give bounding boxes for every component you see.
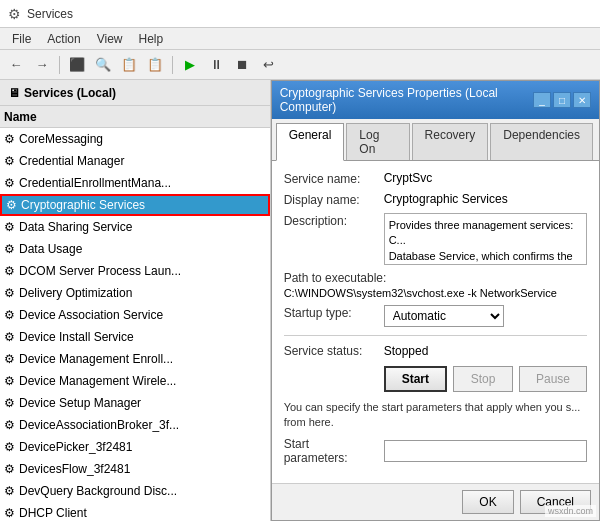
service-name: Data Usage (19, 242, 82, 256)
list-item[interactable]: ⚙Credential Manager (0, 150, 270, 172)
tab-general[interactable]: General (276, 123, 345, 161)
list-item[interactable]: ⚙Device Management Wirele... (0, 370, 270, 392)
list-item[interactable]: ⚙CoreMessaging (0, 128, 270, 150)
pause-button[interactable]: Pause (519, 366, 587, 392)
service-name-value: CryptSvc (384, 171, 587, 185)
service-icon: ⚙ (4, 352, 15, 366)
list-item[interactable]: ⚙DevicesFlow_3f2481 (0, 458, 270, 480)
main-area: 🖥 Services (Local) Name ⚙CoreMessaging⚙C… (0, 80, 600, 521)
properties-content: Service name: CryptSvc Display name: Cry… (272, 161, 599, 483)
startup-type-row: Startup type: Automatic Manual Disabled (284, 305, 587, 327)
list-item[interactable]: ⚙Data Sharing Service (0, 216, 270, 238)
service-name-row: Service name: CryptSvc (284, 171, 587, 186)
service-name: CredentialEnrollmentMana... (19, 176, 171, 190)
service-name: CoreMessaging (19, 132, 103, 146)
stop-button[interactable]: Stop (453, 366, 513, 392)
service-name: Cryptographic Services (21, 198, 145, 212)
list-item[interactable]: ⚙CredentialEnrollmentMana... (0, 172, 270, 194)
service-icon: ⚙ (6, 198, 17, 212)
list-item[interactable]: ⚙DevicePicker_3f2481 (0, 436, 270, 458)
service-name: Device Management Wirele... (19, 374, 176, 388)
startup-type-label: Startup type: (284, 305, 384, 320)
pause-service-toolbar-button[interactable]: ⏸ (204, 54, 228, 76)
service-icon: ⚙ (4, 132, 15, 146)
toolbar-separator-1 (59, 56, 60, 74)
tab-recovery[interactable]: Recovery (412, 123, 489, 160)
list-item[interactable]: ⚙Device Install Service (0, 326, 270, 348)
toolbar: ← → ⬛ 🔍 📋 📋 ▶ ⏸ ⏹ ↩ (0, 50, 600, 80)
list-item[interactable]: ⚙DeviceAssociationBroker_3f... (0, 414, 270, 436)
service-icon: ⚙ (4, 330, 15, 344)
start-params-input[interactable] (384, 440, 587, 462)
service-name: DHCP Client (19, 506, 87, 520)
app-icon: ⚙ (8, 6, 21, 22)
list-item[interactable]: ⚙Cryptographic Services (0, 194, 270, 216)
service-icon: ⚙ (4, 418, 15, 432)
service-name: DevQuery Background Disc... (19, 484, 177, 498)
display-name-label: Display name: (284, 192, 384, 207)
minimize-button[interactable]: _ (533, 92, 551, 108)
list-item[interactable]: ⚙Device Setup Manager (0, 392, 270, 414)
menu-item-view[interactable]: View (89, 30, 131, 48)
start-service-toolbar-button[interactable]: ▶ (178, 54, 202, 76)
back-button[interactable]: ← (4, 54, 28, 76)
list-item[interactable]: ⚙Device Association Service (0, 304, 270, 326)
title-bar: ⚙ Services (0, 0, 600, 28)
right-panel: Cryptographic Services Properties (Local… (271, 80, 600, 521)
search-button[interactable]: 🔍 (91, 54, 115, 76)
description-label: Description: (284, 213, 384, 228)
service-icon: ⚙ (4, 396, 15, 410)
tab-log-on[interactable]: Log On (346, 123, 409, 160)
menu-item-action[interactable]: Action (39, 30, 88, 48)
ok-button[interactable]: OK (462, 490, 513, 514)
start-params-note: You can specify the start parameters tha… (284, 400, 587, 431)
service-icon: ⚙ (4, 264, 15, 278)
display-name-row: Display name: Cryptographic Services (284, 192, 587, 207)
tab-dependencies[interactable]: Dependencies (490, 123, 593, 160)
restart-service-toolbar-button[interactable]: ↩ (256, 54, 280, 76)
close-button[interactable]: ✕ (573, 92, 591, 108)
path-label: Path to executable: (284, 271, 587, 285)
service-name: Device Setup Manager (19, 396, 141, 410)
list-item[interactable]: ⚙Data Usage (0, 238, 270, 260)
list-item[interactable]: ⚙Device Management Enroll... (0, 348, 270, 370)
display-name-value: Cryptographic Services (384, 192, 587, 206)
service-name: DevicesFlow_3f2481 (19, 462, 130, 476)
service-name: Device Install Service (19, 330, 134, 344)
show-hide-button[interactable]: ⬛ (65, 54, 89, 76)
service-status-label: Service status: (284, 344, 384, 358)
service-name: Device Management Enroll... (19, 352, 173, 366)
window-controls: _ □ ✕ (533, 92, 591, 108)
service-icon: ⚙ (4, 308, 15, 322)
copy-button[interactable]: 📋 (117, 54, 141, 76)
service-icon: ⚙ (4, 220, 15, 234)
properties-window: Cryptographic Services Properties (Local… (271, 80, 600, 521)
menu-item-file[interactable]: File (4, 30, 39, 48)
left-panel-title: Services (Local) (24, 86, 116, 100)
maximize-button[interactable]: □ (553, 92, 571, 108)
menu-item-help[interactable]: Help (131, 30, 172, 48)
left-panel: 🖥 Services (Local) Name ⚙CoreMessaging⚙C… (0, 80, 271, 521)
list-item[interactable]: ⚙Delivery Optimization (0, 282, 270, 304)
path-value: C:\WINDOWS\system32\svchost.exe -k Netwo… (284, 287, 587, 299)
list-item[interactable]: ⚙DevQuery Background Disc... (0, 480, 270, 502)
startup-type-select[interactable]: Automatic Manual Disabled (384, 305, 504, 327)
paste-button[interactable]: 📋 (143, 54, 167, 76)
service-name: DeviceAssociationBroker_3f... (19, 418, 179, 432)
service-name: Credential Manager (19, 154, 124, 168)
service-icon: ⚙ (4, 462, 15, 476)
list-item[interactable]: ⚙DHCP Client (0, 502, 270, 521)
action-buttons: Start Stop Pause (384, 366, 587, 392)
service-icon: ⚙ (4, 506, 15, 520)
properties-title: Cryptographic Services Properties (Local… (280, 86, 533, 114)
computer-icon: 🖥 (8, 86, 20, 100)
stop-service-toolbar-button[interactable]: ⏹ (230, 54, 254, 76)
tabs-bar: GeneralLog OnRecoveryDependencies (272, 119, 599, 161)
list-item[interactable]: ⚙DCOM Server Process Laun... (0, 260, 270, 282)
forward-button[interactable]: → (30, 54, 54, 76)
services-list[interactable]: ⚙CoreMessaging⚙Credential Manager⚙Creden… (0, 128, 270, 521)
properties-title-bar: Cryptographic Services Properties (Local… (272, 81, 599, 119)
service-icon: ⚙ (4, 484, 15, 498)
service-icon: ⚙ (4, 242, 15, 256)
start-button[interactable]: Start (384, 366, 447, 392)
